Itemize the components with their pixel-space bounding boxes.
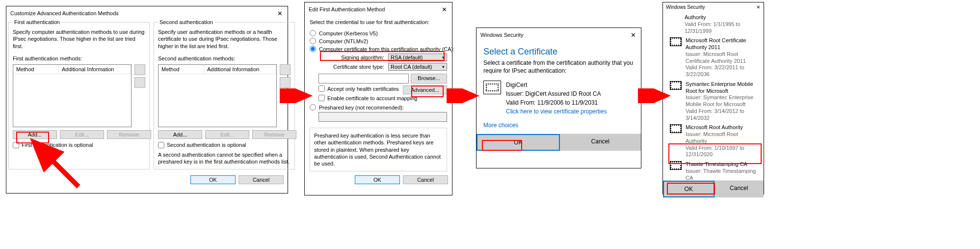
customize-auth-dialog: Customize Advanced Authentication Method… <box>6 6 288 194</box>
cert-valid: Valid From: 11/9/2006 to 11/9/2031 <box>506 98 607 107</box>
group-label: Second authentication <box>158 19 214 25</box>
second-methods-table[interactable]: Method Additional Information <box>158 64 277 127</box>
cert-issuer: Issuer: Microsoft Root Certificate Autho… <box>686 51 757 65</box>
cert-valid: Valid From: 1/10/1997 to 12/31/2020 <box>686 145 757 159</box>
cert-name: Microsoft Root Authority <box>686 124 757 131</box>
col-info: Additional Information <box>59 65 131 74</box>
signing-label: Signing algorithm: <box>310 55 388 60</box>
group-desc: Specify computer authentication methods … <box>13 28 145 50</box>
cert-name: Authority <box>685 14 757 21</box>
cert-valid: Valid From: 1/1/1995 to 12/31/1999 <box>685 21 757 35</box>
first-auth-group: First authentication Specify computer au… <box>8 22 150 169</box>
col-info: Additional Information <box>204 65 276 74</box>
move-down-button[interactable] <box>280 77 291 88</box>
dialog-title: Windows Security <box>480 32 523 38</box>
col-method: Method <box>13 65 59 74</box>
ok-button[interactable]: OK <box>477 134 560 151</box>
select-cert-dialog: Windows Security ✕ Select a Certificate … <box>476 28 641 168</box>
cert-list-item[interactable]: Microsoft Root Certificate Authority 201… <box>670 37 757 78</box>
cert-issuer: Issuer: Microsoft Root Authority <box>686 131 757 145</box>
close-icon[interactable]: ✕ <box>438 4 450 14</box>
move-up-button[interactable] <box>280 64 291 75</box>
cert-name: Microsoft Root Certificate Authority 201… <box>686 37 757 51</box>
preshared-note: Preshared key authentication is less sec… <box>310 128 447 171</box>
cert-issuer: Issuer: DigiCert Assured ID Root CA <box>506 89 607 98</box>
cancel-button[interactable]: Cancel <box>715 181 764 197</box>
ok-button[interactable]: OK <box>663 181 715 197</box>
remove-button[interactable]: Remove <box>252 130 296 139</box>
cert-list-item[interactable]: Symantec Enterprise Mobile Root for Micr… <box>670 81 757 122</box>
group-desc: Specify user authentication methods or a… <box>158 28 291 50</box>
store-combo[interactable]: Root CA (default) <box>388 63 447 71</box>
cert-list-dialog: Windows Security ✕ AuthorityValid From: … <box>662 2 764 194</box>
store-label: Certificate store type: <box>310 64 388 70</box>
radio-preshared[interactable]: Preshared key (not recommended): <box>310 104 447 111</box>
second-auth-group: Second authentication Specify user authe… <box>154 22 295 169</box>
certificate-icon <box>670 81 682 90</box>
ok-button[interactable]: OK <box>355 175 400 184</box>
titlebar: Windows Security ✕ <box>477 28 641 42</box>
cert-valid: Valid From: 3/22/2011 to 3/22/2036 <box>686 64 757 78</box>
cert-item[interactable]: DigiCert Issuer: DigiCert Assured ID Roo… <box>483 81 634 116</box>
cert-list-item[interactable]: AuthorityValid From: 1/1/1995 to 12/31/1… <box>685 14 757 34</box>
move-up-button[interactable] <box>134 64 145 75</box>
close-icon[interactable]: ✕ <box>627 30 639 40</box>
enable-mapping-checkbox[interactable]: Enable certificate to account mapping <box>318 95 447 101</box>
titlebar: Windows Security ✕ <box>663 2 764 11</box>
ok-button[interactable]: OK <box>190 175 236 184</box>
cancel-button[interactable]: Cancel <box>560 134 641 151</box>
close-icon[interactable]: ✕ <box>274 8 286 18</box>
group-label: First authentication <box>13 19 61 25</box>
more-choices-link[interactable]: More choices <box>483 122 634 129</box>
titlebar: Customize Advanced Authentication Method… <box>6 6 288 20</box>
advanced-button[interactable]: Advanced... <box>403 85 447 94</box>
first-methods-table[interactable]: Method Additional Information <box>13 64 132 127</box>
list-label: First authentication methods: <box>13 55 145 61</box>
dialog-title: Edit First Authentication Method <box>309 6 385 12</box>
heading: Select a Certificate <box>483 47 634 57</box>
second-note: A second authentication cannot be specif… <box>158 151 291 166</box>
cert-valid: Valid From: 3/14/2012 to 3/14/2032 <box>686 108 757 122</box>
preshared-input <box>318 112 447 122</box>
dialog-title: Customize Advanced Authentication Method… <box>10 10 119 16</box>
add-button[interactable]: Add... <box>158 130 202 139</box>
cert-list-item[interactable]: Thawte Timestamping CAIssuer: Thawte Tim… <box>670 161 757 180</box>
col-method: Method <box>159 65 204 74</box>
signing-combo[interactable]: RSA (default) <box>388 54 447 61</box>
ca-input[interactable] <box>318 74 409 83</box>
certificate-icon <box>670 161 682 170</box>
prompt: Select the credential to use for first a… <box>310 19 447 25</box>
dialog-title: Windows Security <box>666 4 705 10</box>
titlebar: Edit First Authentication Method ✕ <box>305 2 452 16</box>
remove-button[interactable]: Remove <box>107 130 151 139</box>
cert-list-item[interactable]: Microsoft Root AuthorityIssuer: Microsof… <box>670 124 757 158</box>
browse-button[interactable]: Browse... <box>411 74 447 83</box>
cancel-button[interactable]: Cancel <box>403 175 448 184</box>
radio-cert[interactable]: Computer certificate from this certifica… <box>310 46 447 52</box>
list-label: Second authentication methods: <box>158 55 291 61</box>
cert-issuer: Issuer: Symantec Enterprise Mobile Root … <box>686 94 757 108</box>
cert-name: Symantec Enterprise Mobile Root for Micr… <box>686 81 757 95</box>
move-down-button[interactable] <box>134 77 145 88</box>
edit-button[interactable]: Edit... <box>205 130 249 139</box>
certificate-icon <box>670 124 682 133</box>
cert-name: DigiCert <box>506 81 607 89</box>
second-optional-checkbox[interactable]: Second authentication is optional <box>158 142 291 148</box>
radio-kerberos[interactable]: Computer (Kerberos V5) <box>310 30 447 36</box>
close-icon[interactable]: ✕ <box>754 3 763 10</box>
first-optional-checkbox[interactable]: First authentication is optional <box>13 142 145 148</box>
certificate-icon <box>483 81 501 94</box>
edit-button[interactable]: Edit... <box>60 130 104 139</box>
certificate-icon <box>670 37 682 46</box>
edit-first-auth-dialog: Edit First Authentication Method ✕ Selec… <box>304 2 452 195</box>
add-button[interactable]: Add... <box>13 130 57 139</box>
cancel-button[interactable]: Cancel <box>238 175 284 184</box>
cert-issuer: Issuer: Thawte Timestamping CA <box>686 168 757 180</box>
desc: Select a certificate from the certificat… <box>483 59 634 75</box>
radio-ntlm[interactable]: Computer (NTLMv2) <box>310 38 447 44</box>
view-properties-link[interactable]: Click here to view certificate propertie… <box>506 107 607 116</box>
cert-name: Thawte Timestamping CA <box>686 161 757 168</box>
